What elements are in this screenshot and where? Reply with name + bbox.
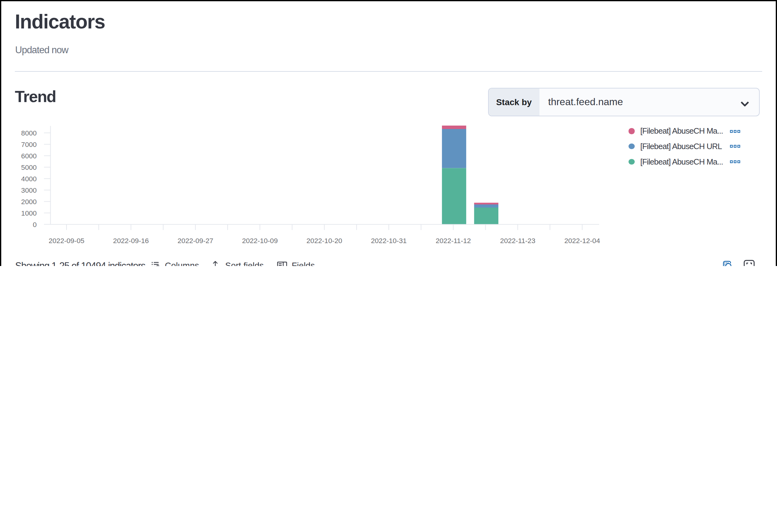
- svg-text:2022-09-05: 2022-09-05: [48, 237, 85, 245]
- svg-text:6000: 6000: [21, 152, 36, 160]
- svg-text:2022-11-23: 2022-11-23: [500, 237, 535, 245]
- svg-text:2022-10-09: 2022-10-09: [242, 237, 278, 245]
- svg-text:1000: 1000: [21, 209, 36, 217]
- svg-text:0: 0: [33, 221, 37, 229]
- svg-text:2022-11-12: 2022-11-12: [436, 237, 471, 245]
- svg-text:2022-10-20: 2022-10-20: [307, 237, 342, 245]
- svg-text:2022-12-04: 2022-12-04: [564, 237, 600, 245]
- svg-text:2022-09-27: 2022-09-27: [178, 237, 213, 245]
- svg-text:8000: 8000: [21, 129, 36, 137]
- svg-text:3000: 3000: [21, 187, 36, 194]
- svg-text:2022-10-31: 2022-10-31: [371, 237, 407, 245]
- svg-text:7000: 7000: [21, 141, 36, 148]
- svg-text:4000: 4000: [21, 175, 36, 183]
- svg-text:2000: 2000: [21, 198, 36, 206]
- svg-text:5000: 5000: [21, 164, 36, 171]
- svg-text:2022-09-16: 2022-09-16: [113, 237, 149, 245]
